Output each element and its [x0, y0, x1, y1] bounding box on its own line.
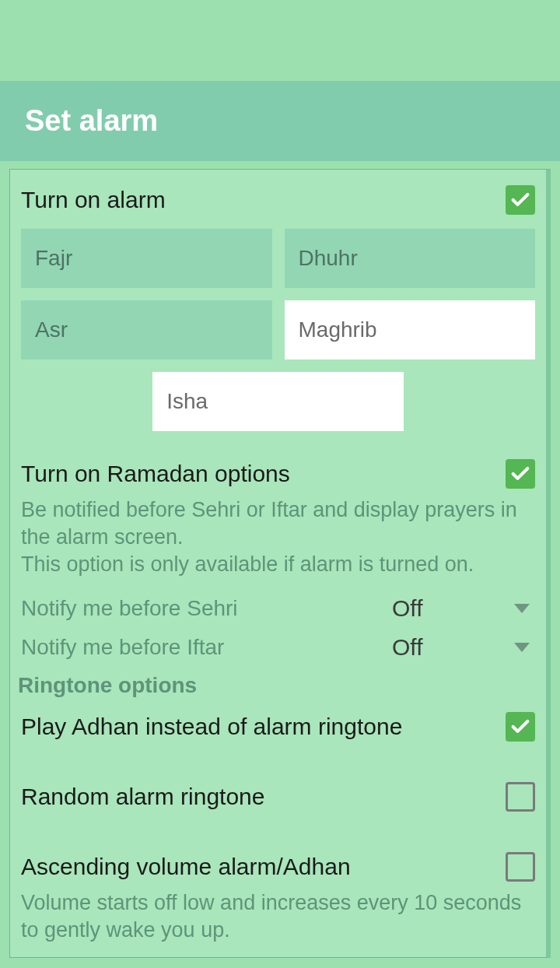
turn-on-alarm-checkbox[interactable] — [506, 185, 535, 215]
ascending-volume-label: Ascending volume alarm/Adhan — [21, 854, 351, 880]
ramadan-checkbox[interactable] — [506, 459, 535, 489]
notify-iftar-label: Notify me before Iftar — [21, 635, 392, 660]
prayer-grid: FajrDhuhrAsrMaghribIsha — [21, 229, 535, 431]
prayer-button-isha[interactable]: Isha — [152, 372, 404, 431]
page-title: Set alarm — [25, 104, 535, 138]
prayer-button-label: Isha — [166, 389, 208, 414]
ramadan-description: Be notified before Sehri or Iftar and di… — [21, 496, 535, 578]
header: Set alarm — [0, 81, 560, 161]
turn-on-alarm-label: Turn on alarm — [21, 187, 166, 213]
notify-iftar-value: Off — [392, 634, 509, 661]
random-ringtone-checkbox[interactable] — [506, 782, 535, 812]
notify-sehri-value: Off — [392, 595, 509, 622]
prayer-button-fajr[interactable]: Fajr — [21, 229, 272, 288]
play-adhan-label: Play Adhan instead of alarm ringtone — [21, 714, 402, 740]
play-adhan-row[interactable]: Play Adhan instead of alarm ringtone — [21, 712, 535, 742]
chevron-down-icon — [509, 643, 535, 652]
ascending-volume-checkbox[interactable] — [506, 852, 535, 882]
ascending-volume-row[interactable]: Ascending volume alarm/Adhan — [21, 852, 535, 882]
prayer-button-label: Dhuhr — [299, 246, 358, 271]
ramadan-label: Turn on Ramadan options — [21, 461, 290, 487]
play-adhan-checkbox[interactable] — [506, 712, 535, 742]
prayer-button-label: Asr — [35, 317, 68, 342]
check-icon — [509, 189, 531, 211]
notify-sehri-label: Notify me before Sehri — [21, 596, 392, 621]
ramadan-row[interactable]: Turn on Ramadan options — [21, 459, 535, 489]
check-icon — [509, 716, 531, 738]
ascending-volume-description: Volume starts off low and increases ever… — [21, 889, 535, 944]
settings-dialog: Turn on alarm FajrDhuhrAsrMaghribIsha Tu… — [9, 169, 551, 958]
notify-sehri-row[interactable]: Notify me before Sehri Off — [21, 595, 535, 622]
prayer-button-maghrib[interactable]: Maghrib — [285, 300, 536, 359]
notify-iftar-row[interactable]: Notify me before Iftar Off — [21, 634, 535, 661]
status-bar — [0, 0, 560, 81]
prayer-button-asr[interactable]: Asr — [21, 300, 272, 359]
chevron-down-icon — [509, 604, 535, 613]
ringtone-section-title: Ringtone options — [18, 673, 535, 698]
random-ringtone-label: Random alarm ringtone — [21, 784, 265, 810]
turn-on-alarm-row[interactable]: Turn on alarm — [21, 185, 535, 215]
prayer-button-dhuhr[interactable]: Dhuhr — [285, 229, 536, 288]
prayer-button-label: Maghrib — [299, 317, 377, 342]
prayer-button-label: Fajr — [35, 246, 72, 271]
check-icon — [509, 463, 531, 485]
random-ringtone-row[interactable]: Random alarm ringtone — [21, 782, 535, 812]
